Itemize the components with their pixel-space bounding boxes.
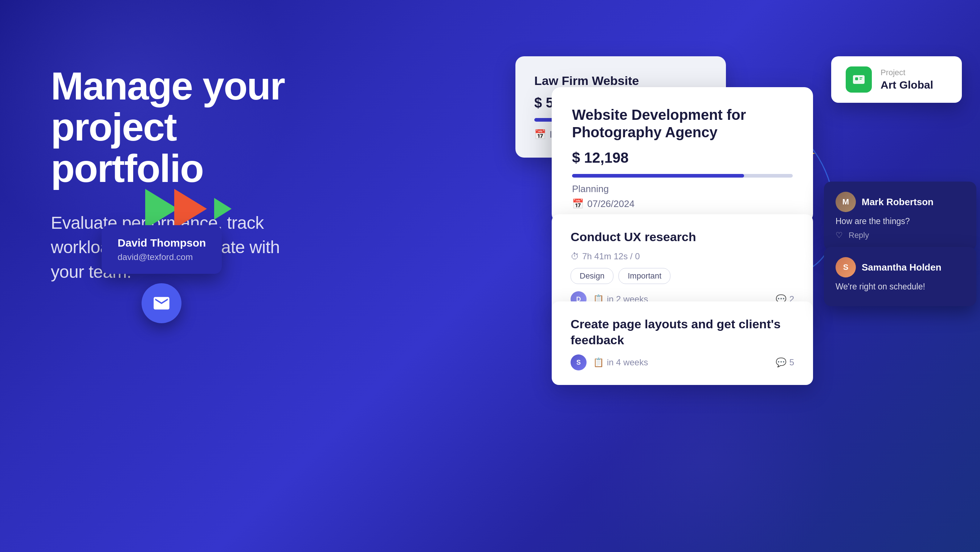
main-heading: Manage your project portfolio [51,65,287,189]
comment-count-2: 💬 5 [776,357,794,367]
arrows-container [145,189,232,229]
create-page-title: Create page layouts and get client's fee… [571,316,794,348]
mark-comment-actions: ♡ Reply [835,231,965,240]
david-name: David Thompson [118,237,206,249]
project-date: 07/26/2024 [587,198,635,209]
right-content-area: Law Firm Website $ 5,820 📅 Initiation 06… [327,0,980,552]
calendar-icon-2: 📅 [572,198,584,209]
samantha-comment-card: S Samantha Holden We're right on schedul… [824,247,976,306]
project-progress-bar [572,174,793,177]
art-global-name: Art Global [881,79,933,91]
arrow-green [145,189,178,229]
david-thompson-card: David Thompson david@texford.com [102,225,222,274]
create-page-avatar: S [571,354,587,370]
project-progress-fill [572,174,744,177]
mark-comment-card: M Mark Robertson How are the things? ♡ R… [824,182,976,250]
create-page-bottom-row: S 📋 in 4 weeks 💬 5 [571,354,794,370]
conduct-ux-title: Conduct UX research [571,229,794,245]
calendar-icon: 📅 [534,129,546,140]
mark-comment-text: How are the things? [835,217,965,226]
create-page-due-info: 📋 in 4 weeks [593,357,648,367]
arrow-orange [174,189,207,229]
email-button[interactable] [142,283,181,323]
samantha-comment-text: We're right on schedule! [835,282,965,292]
calendar-icon-4: 📋 [593,357,604,367]
art-global-text: Project Art Global [881,68,933,91]
timer-icon: ⏱ [571,251,579,262]
comment-icon-2: 💬 [776,357,786,367]
project-title: Website Development for Photography Agen… [572,106,793,141]
svg-rect-4 [859,77,862,78]
create-page-assignee-due: S 📋 in 4 weeks [571,354,648,370]
law-firm-title: Law Firm Website [534,74,707,88]
create-page-card: Create page layouts and get client's fee… [552,302,813,385]
task-tags: Design Important [571,268,794,284]
art-global-label: Project [881,68,933,77]
heart-icon: ♡ [835,231,843,240]
create-page-due-text: in 4 weeks [607,357,648,367]
art-global-badge: Project Art Global [831,56,962,103]
comment-num-2: 5 [789,357,794,367]
tag-important: Important [619,268,670,284]
samantha-name: Samantha Holden [862,262,942,273]
task-timer: ⏱ 7h 41m 12s / 0 [571,251,640,262]
project-meta: 📅 07/26/2024 [572,198,793,209]
reply-button[interactable]: Reply [849,231,869,240]
mark-avatar: M [835,192,856,212]
david-email: david@texford.com [118,252,206,262]
project-amount: $ 12,198 [572,150,793,166]
svg-rect-2 [853,75,865,84]
samantha-avatar: S [835,257,856,278]
art-global-icon [846,67,872,93]
main-project-card: Website Development for Photography Agen… [552,87,813,223]
project-stage: Planning [572,183,793,195]
svg-rect-5 [859,79,862,80]
arrow-small-green [214,198,232,220]
conduct-ux-meta: ⏱ 7h 41m 12s / 0 [571,251,794,262]
samantha-comment-header: S Samantha Holden [835,257,965,278]
timer-value: 7h 41m 12s / 0 [582,251,640,262]
tag-design: Design [571,268,613,284]
mark-name: Mark Robertson [862,196,934,208]
mark-comment-header: M Mark Robertson [835,192,965,212]
email-icon [152,294,171,313]
svg-rect-3 [855,77,858,80]
